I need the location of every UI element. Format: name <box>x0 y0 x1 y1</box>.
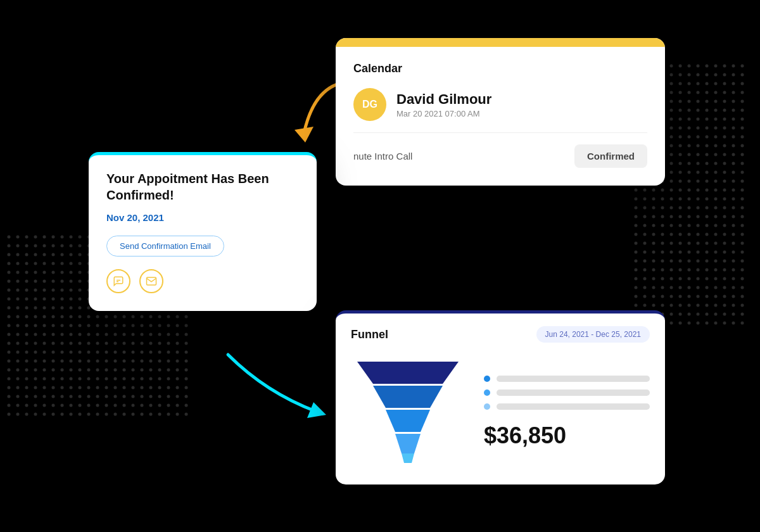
funnel-amount: $36,850 <box>484 422 650 449</box>
confirmed-badge: Confirmed <box>574 144 647 168</box>
legend-bar-2 <box>497 390 650 396</box>
svg-marker-8 <box>357 362 459 384</box>
legend-item-1 <box>484 376 650 382</box>
chat-icon[interactable] <box>106 269 130 293</box>
funnel-date-range: Jun 24, 2021 - Dec 25, 2021 <box>536 326 650 343</box>
legend-dot-2 <box>484 390 490 396</box>
funnel-title: Funnel <box>351 328 388 341</box>
contact-name: David Gilmour <box>396 91 491 108</box>
appointment-card: Your Appoitment Has Been Confirmed! Nov … <box>89 152 317 311</box>
funnel-card: Funnel Jun 24, 2021 - Dec 25, 2021 <box>336 310 665 484</box>
svg-marker-10 <box>386 410 430 432</box>
svg-marker-9 <box>373 386 443 408</box>
calendar-card: Calendar DG David Gilmour Mar 20 2021 07… <box>336 38 665 186</box>
avatar: DG <box>353 88 386 121</box>
appointment-date: Nov 20, 2021 <box>106 212 299 223</box>
calendar-header-bar <box>336 38 665 47</box>
legend-dot-3 <box>484 403 490 410</box>
legend-bar-1 <box>497 376 650 382</box>
svg-marker-4 <box>294 127 314 142</box>
send-confirmation-button[interactable]: Send Confirmation Email <box>106 236 224 256</box>
legend-item-2 <box>484 390 650 396</box>
appointment-title: Your Appoitment Has Been Confirmed! <box>106 170 299 203</box>
legend-dot-1 <box>484 376 490 382</box>
funnel-legend <box>484 376 650 410</box>
contact-date: Mar 20 2021 07:00 AM <box>396 109 491 118</box>
legend-item-3 <box>484 403 650 410</box>
mail-icon[interactable] <box>139 269 163 293</box>
meeting-label: nute Intro Call <box>353 151 574 162</box>
svg-marker-12 <box>402 453 414 463</box>
legend-bar-3 <box>497 403 650 410</box>
calendar-title: Calendar <box>353 62 647 75</box>
cyan-arrow <box>215 342 342 431</box>
funnel-visual <box>351 355 465 469</box>
svg-marker-11 <box>395 434 421 453</box>
calendar-divider <box>353 132 647 133</box>
